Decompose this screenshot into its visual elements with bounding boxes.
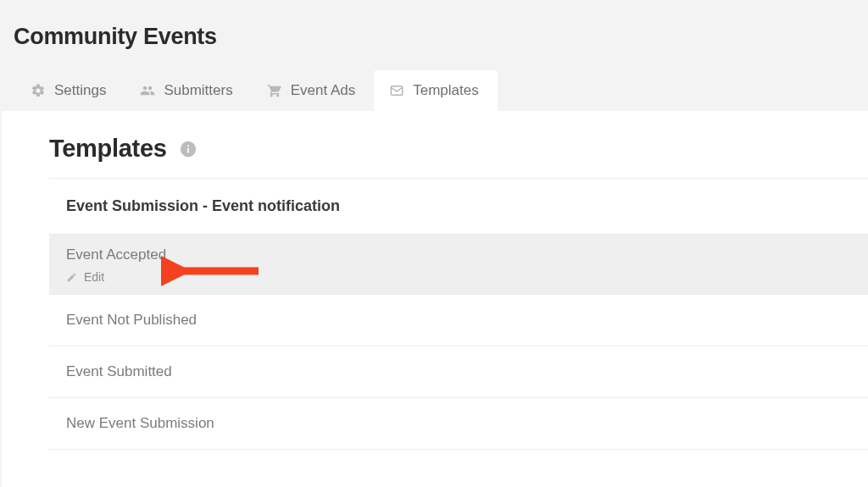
content-panel: Templates Event Submission - Event notif… bbox=[2, 111, 868, 487]
envelope-icon bbox=[389, 83, 404, 98]
section-header: Templates bbox=[49, 135, 868, 179]
section-title: Templates bbox=[49, 135, 167, 163]
page-title: Community Events bbox=[0, 15, 868, 70]
template-name: Event Accepted bbox=[66, 246, 868, 263]
gear-icon bbox=[31, 83, 46, 98]
cart-icon bbox=[267, 83, 282, 98]
template-list: Event Accepted Edit Event Not Published … bbox=[49, 234, 868, 450]
template-row-new-event-submission[interactable]: New Event Submission bbox=[49, 397, 868, 450]
tab-settings[interactable]: Settings bbox=[15, 70, 125, 111]
template-row-event-not-published[interactable]: Event Not Published bbox=[49, 294, 868, 346]
tab-label: Templates bbox=[413, 82, 478, 99]
tab-label: Settings bbox=[54, 82, 106, 99]
tab-label: Event Ads bbox=[291, 82, 356, 99]
edit-link[interactable]: Edit bbox=[66, 270, 868, 284]
template-row-event-accepted[interactable]: Event Accepted Edit bbox=[49, 234, 868, 294]
tab-templates[interactable]: Templates bbox=[374, 70, 497, 111]
info-icon[interactable] bbox=[179, 140, 198, 158]
template-row-event-submitted[interactable]: Event Submitted bbox=[49, 346, 868, 397]
tab-submitters[interactable]: Submitters bbox=[125, 70, 251, 111]
pencil-icon bbox=[66, 272, 77, 283]
users-icon bbox=[140, 83, 155, 98]
group-title: Event Submission - Event notification bbox=[49, 179, 868, 234]
template-name: Event Submitted bbox=[66, 363, 868, 380]
edit-label: Edit bbox=[84, 270, 104, 284]
template-name: Event Not Published bbox=[66, 312, 868, 329]
template-name: New Event Submission bbox=[66, 415, 868, 432]
tab-label: Submitters bbox=[164, 82, 232, 99]
tab-event-ads[interactable]: Event Ads bbox=[252, 70, 375, 111]
tab-bar: Settings Submitters Event Ads Templates bbox=[0, 70, 868, 111]
